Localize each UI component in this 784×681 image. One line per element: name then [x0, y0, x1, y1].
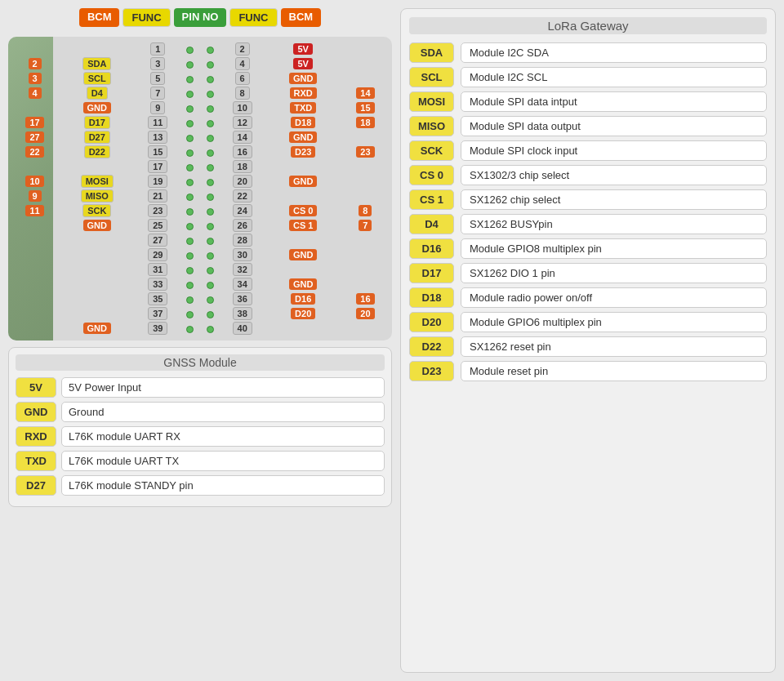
pin-num-right: 4	[235, 57, 250, 70]
pin-num-left: 39	[148, 322, 167, 335]
bcm-right: 20	[356, 308, 374, 319]
lora-badge: CS 1	[409, 189, 454, 210]
lora-badge: CS 0	[409, 165, 454, 185]
bcm-left: 17	[25, 117, 43, 128]
lora-item: D20 Module GPIO6 multiplex pin	[409, 312, 767, 332]
pin-num-right: 8	[235, 87, 250, 100]
lora-desc: Module reset pin	[461, 361, 767, 381]
func-right: GND	[289, 131, 317, 143]
pin-row: GND2526CS 17	[11, 218, 389, 233]
func-right: D20	[291, 308, 315, 319]
pin-num-right: 22	[233, 189, 252, 203]
pin-num-right: 34	[233, 278, 252, 291]
pin-num-left: 29	[148, 248, 167, 261]
pin-num-left: 23	[148, 204, 167, 217]
pin-num-right: 38	[233, 307, 252, 320]
pin-row: 2930GND	[11, 247, 389, 262]
pin-dot-left	[186, 105, 194, 113]
bcm-left: 9	[29, 190, 42, 202]
pin-dot-right	[207, 105, 214, 113]
pin-num-left: 27	[148, 234, 167, 247]
func-right: 5V	[293, 58, 312, 69]
bcm-right: 18	[356, 117, 374, 128]
bcm-left: 3	[29, 73, 42, 84]
bcm-left: 2	[29, 58, 42, 69]
pin-dot-right	[207, 238, 214, 245]
lora-desc: SX1302/3 chip select	[461, 165, 767, 185]
lora-badge: SCK	[409, 140, 454, 161]
lora-desc: Module GPIO8 multiplex pin	[461, 238, 767, 259]
pin-row: 4D478RXD14	[11, 86, 389, 100]
pin-num-right: 16	[233, 145, 252, 158]
header-bcm-left: BCM	[79, 8, 120, 27]
bcm-left: 10	[25, 176, 43, 187]
pin-num-left: 19	[148, 175, 167, 188]
bcm-right: 15	[356, 102, 374, 114]
pin-num-left: 5	[150, 72, 165, 85]
pin-dot-left	[186, 76, 194, 83]
gnss-item: 5V 5V Power Input	[16, 377, 385, 398]
lora-desc: Module SPI clock input	[461, 140, 767, 161]
pin-dot-left	[186, 164, 194, 171]
pin-row: GND3940	[11, 321, 389, 336]
lora-desc: SX1262 DIO 1 pin	[461, 263, 767, 283]
lora-desc: SX1262 reset pin	[461, 336, 767, 357]
pin-num-right: 36	[233, 292, 252, 305]
bcm-right: 14	[356, 87, 374, 99]
pin-dot-left	[186, 61, 194, 69]
pin-dot-right	[207, 194, 214, 201]
lora-item: D16 Module GPIO8 multiplex pin	[409, 238, 767, 259]
func-left: SDA	[82, 57, 111, 70]
pin-dot-left	[186, 223, 194, 230]
pin-dot-left	[186, 120, 194, 127]
header-func-left: FUNC	[122, 8, 170, 27]
pin-num-left: 1	[150, 42, 165, 56]
lora-item: CS 1 SX1262 chip select	[409, 189, 767, 210]
pin-num-left: 13	[148, 131, 167, 144]
pin-dot-right	[207, 208, 214, 216]
pin-dot-left	[186, 179, 194, 186]
pin-dot-left	[186, 149, 194, 157]
pin-num-left: 17	[148, 160, 167, 173]
pin-dot-right	[207, 326, 214, 333]
gnss-desc: 5V Power Input	[61, 377, 385, 398]
lora-item: MISO Module SPI data output	[409, 116, 767, 136]
pin-dot-right	[207, 179, 214, 186]
lora-desc: Module GPIO6 multiplex pin	[461, 312, 767, 332]
pin-row: 2728	[11, 233, 389, 247]
pin-dot-right	[207, 267, 214, 274]
pin-row: 27D271314GND	[11, 130, 389, 145]
pin-dot-right	[207, 164, 214, 171]
gnss-items: 5V 5V Power Input GND Ground RXD L76K mo…	[16, 377, 385, 496]
pin-diagram: 125V2SDA345V3SCL56GND4D478RXD14GND910TXD…	[8, 37, 392, 340]
gnss-badge: RXD	[16, 426, 56, 447]
lora-badge: SDA	[409, 42, 454, 63]
pin-num-left: 3	[150, 57, 165, 70]
gnss-desc: L76K module UART TX	[61, 451, 385, 471]
pin-dot-left	[186, 311, 194, 318]
pin-num-right: 18	[233, 160, 252, 173]
lora-badge: D20	[409, 312, 454, 332]
pin-num-right: 20	[233, 175, 252, 188]
pin-dot-right	[207, 252, 214, 260]
lora-item: SCL Module I2C SCL	[409, 67, 767, 87]
lora-item: MOSI Module SPI data intput	[409, 91, 767, 112]
pin-row: 22D221516D2323	[11, 145, 389, 159]
gnss-item: GND Ground	[16, 402, 385, 422]
pin-dot-left	[186, 252, 194, 260]
func-right: GND	[289, 278, 317, 290]
bcm-right: 7	[359, 220, 372, 231]
pin-num-right: 2	[235, 42, 250, 56]
pin-row: GND910TXD15	[11, 100, 389, 115]
pin-num-left: 25	[148, 219, 167, 232]
func-left: SCK	[82, 204, 111, 217]
pin-num-right: 10	[233, 101, 252, 114]
func-right: 5V	[293, 43, 312, 55]
gnss-badge: TXD	[16, 451, 56, 471]
gnss-item: D27 L76K module STANDY pin	[16, 475, 385, 496]
pin-dot-left	[186, 282, 194, 289]
lora-desc: Module SPI data output	[461, 116, 767, 136]
pin-num-right: 28	[233, 234, 252, 247]
pin-dot-right	[207, 282, 214, 289]
func-left: GND	[83, 102, 111, 114]
